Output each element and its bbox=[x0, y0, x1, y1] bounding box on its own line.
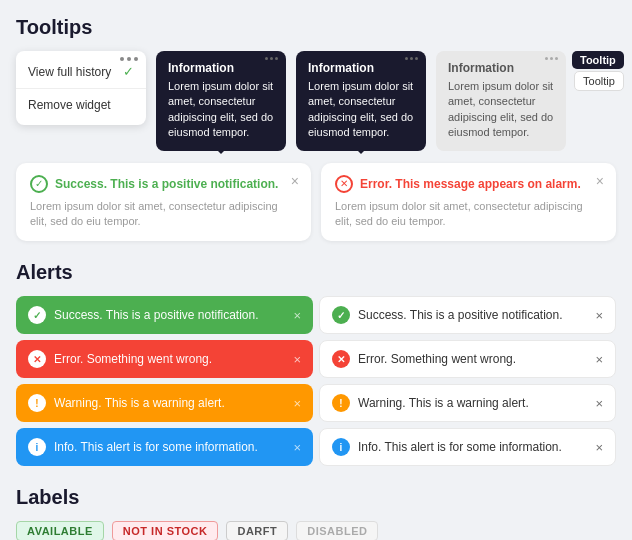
tooltip-bubble-dark-2: Information Lorem ipsum dolor sit amet, … bbox=[296, 51, 426, 151]
alert-success-icon-outline: ✓ bbox=[332, 306, 350, 324]
label-not-in-stock[interactable]: NOT IN STOCK bbox=[112, 521, 219, 540]
label-available[interactable]: AVAILABLE bbox=[16, 521, 104, 540]
alert-success-icon-filled: ✓ bbox=[28, 306, 46, 324]
error-icon: ✕ bbox=[335, 175, 353, 193]
tooltip-title-3: Information bbox=[448, 61, 554, 75]
tooltip-tags: Tooltip Tooltip bbox=[572, 51, 624, 91]
notif-close-error[interactable]: × bbox=[596, 173, 604, 189]
alert-warning-icon-filled: ! bbox=[28, 394, 46, 412]
notif-body-error: Lorem ipsum dolor sit amet, consectetur … bbox=[335, 199, 602, 230]
labels-section: Labels AVAILABLE NOT IN STOCK DARFT DISA… bbox=[16, 486, 616, 540]
alert-success-text-outline: Success. This is a positive notification… bbox=[358, 308, 587, 322]
alert-info-icon-outline: i bbox=[332, 438, 350, 456]
tooltip-text-1: Lorem ipsum dolor sit amet, consectetur … bbox=[168, 79, 274, 141]
alert-success-close-filled[interactable]: × bbox=[293, 308, 301, 323]
success-icon: ✓ bbox=[30, 175, 48, 193]
alert-info-close-filled[interactable]: × bbox=[293, 440, 301, 455]
notif-card-error: ✕ Error. This message appears on alarm. … bbox=[321, 163, 616, 242]
notification-cards-row: ✓ Success. This is a positive notificati… bbox=[16, 163, 616, 242]
tooltips-section: Tooltips View full history ✓ Remove widg… bbox=[16, 16, 616, 241]
notif-card-success: ✓ Success. This is a positive notificati… bbox=[16, 163, 311, 242]
alert-error-outline: ✕ Error. Something went wrong. × bbox=[319, 340, 616, 378]
tooltip-title-1: Information bbox=[168, 61, 274, 75]
alert-success-close-outline[interactable]: × bbox=[595, 308, 603, 323]
alert-error-text-outline: Error. Something went wrong. bbox=[358, 352, 587, 366]
alert-info-icon-filled: i bbox=[28, 438, 46, 456]
alert-error-close-filled[interactable]: × bbox=[293, 352, 301, 367]
tooltip-title-2: Information bbox=[308, 61, 414, 75]
tooltip-dots-2 bbox=[405, 57, 418, 60]
alert-success-text-filled: Success. This is a positive notification… bbox=[54, 308, 285, 322]
tooltip-bubble-dark-1: Information Lorem ipsum dolor sit amet, … bbox=[156, 51, 286, 151]
alert-info-text-filled: Info. This alert is for some information… bbox=[54, 440, 285, 454]
tooltip-text-2: Lorem ipsum dolor sit amet, consectetur … bbox=[308, 79, 414, 141]
check-icon: ✓ bbox=[123, 64, 134, 79]
tooltip-tag-outline: Tooltip bbox=[574, 71, 624, 91]
alert-error-text-filled: Error. Something went wrong. bbox=[54, 352, 285, 366]
labels-row: AVAILABLE NOT IN STOCK DARFT DISABLED bbox=[16, 521, 616, 540]
notif-title-error: Error. This message appears on alarm. bbox=[360, 177, 602, 191]
alert-error-filled: ✕ Error. Something went wrong. × bbox=[16, 340, 313, 378]
tooltip-tag-dark: Tooltip bbox=[572, 51, 624, 69]
alert-error-close-outline[interactable]: × bbox=[595, 352, 603, 367]
notif-header-error: ✕ Error. This message appears on alarm. bbox=[335, 175, 602, 193]
alerts-grid: ✓ Success. This is a positive notificati… bbox=[16, 296, 616, 466]
alert-info-text-outline: Info. This alert is for some information… bbox=[358, 440, 587, 454]
label-disabled[interactable]: DISABLED bbox=[296, 521, 378, 540]
alert-info-close-outline[interactable]: × bbox=[595, 440, 603, 455]
tooltip-text-3: Lorem ipsum dolor sit amet, consectetur … bbox=[448, 79, 554, 141]
alert-success-outline: ✓ Success. This is a positive notificati… bbox=[319, 296, 616, 334]
alert-warning-text-filled: Warning. This is a warning alert. bbox=[54, 396, 285, 410]
tooltip-dots-3 bbox=[545, 57, 558, 60]
tooltip-dots-1 bbox=[265, 57, 278, 60]
alert-warning-text-outline: Warning. This is a warning alert. bbox=[358, 396, 587, 410]
notif-title-success: Success. This is a positive notification… bbox=[55, 177, 297, 191]
alert-warning-outline: ! Warning. This is a warning alert. × bbox=[319, 384, 616, 422]
notif-body-success: Lorem ipsum dolor sit amet, consectetur … bbox=[30, 199, 297, 230]
alerts-section: Alerts ✓ Success. This is a positive not… bbox=[16, 261, 616, 466]
alert-error-icon-filled: ✕ bbox=[28, 350, 46, 368]
alert-info-filled: i Info. This alert is for some informati… bbox=[16, 428, 313, 466]
alert-warning-close-filled[interactable]: × bbox=[293, 396, 301, 411]
dropdown-card[interactable]: View full history ✓ Remove widget bbox=[16, 51, 146, 125]
dropdown-divider bbox=[16, 88, 146, 89]
tooltip-bubble-light: Information Lorem ipsum dolor sit amet, … bbox=[436, 51, 566, 151]
tooltips-title: Tooltips bbox=[16, 16, 616, 39]
notif-header-success: ✓ Success. This is a positive notificati… bbox=[30, 175, 297, 193]
dropdown-dots-icon bbox=[120, 57, 138, 61]
alert-success-filled: ✓ Success. This is a positive notificati… bbox=[16, 296, 313, 334]
notif-close-success[interactable]: × bbox=[291, 173, 299, 189]
dropdown-item-history[interactable]: View full history ✓ bbox=[16, 57, 146, 86]
alert-warning-close-outline[interactable]: × bbox=[595, 396, 603, 411]
labels-title: Labels bbox=[16, 486, 616, 509]
alert-warning-icon-outline: ! bbox=[332, 394, 350, 412]
alert-error-icon-outline: ✕ bbox=[332, 350, 350, 368]
tooltips-row: View full history ✓ Remove widget Inform… bbox=[16, 51, 616, 151]
alerts-title: Alerts bbox=[16, 261, 616, 284]
alert-warning-filled: ! Warning. This is a warning alert. × bbox=[16, 384, 313, 422]
label-darft[interactable]: DARFT bbox=[226, 521, 288, 540]
dropdown-item-remove[interactable]: Remove widget bbox=[16, 91, 146, 119]
alert-info-outline: i Info. This alert is for some informati… bbox=[319, 428, 616, 466]
